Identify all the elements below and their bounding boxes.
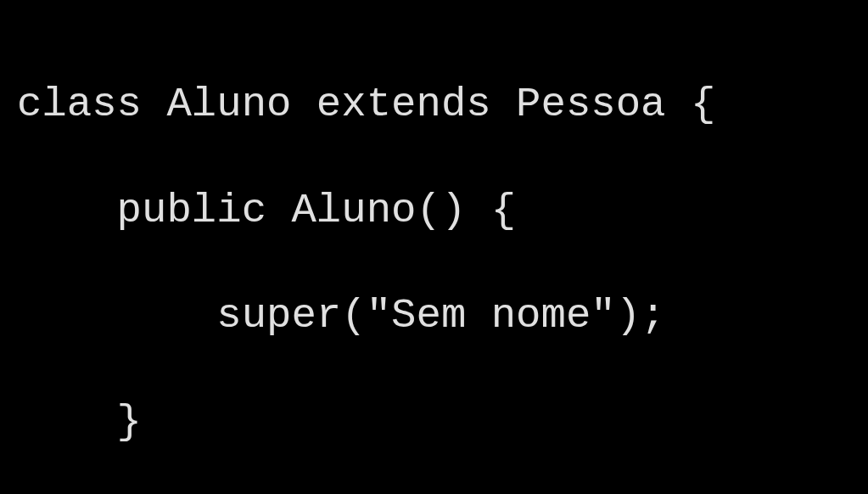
code-line-1: class Aluno extends Pessoa { xyxy=(17,78,851,131)
code-line-3: super("Sem nome"); xyxy=(17,289,851,342)
code-line-2: public Aluno() { xyxy=(17,184,851,237)
code-line-4: } xyxy=(17,396,851,448)
code-snippet: class Aluno extends Pessoa { public Alun… xyxy=(17,25,851,494)
